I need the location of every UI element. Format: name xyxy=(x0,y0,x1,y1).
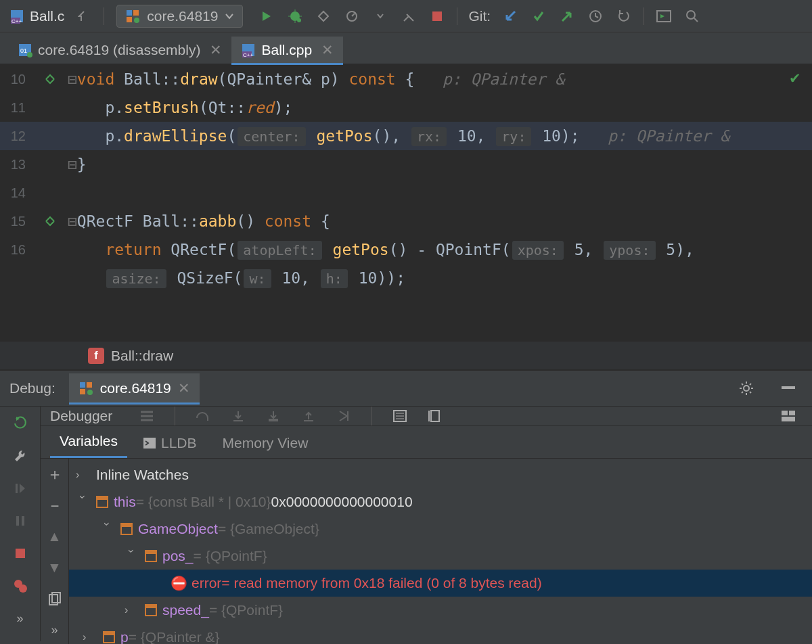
var-error[interactable]: ⛔ error = read memory from 0x18 failed (… xyxy=(69,570,812,597)
debugger-toolbar: Debugger xyxy=(41,407,812,426)
coverage-icon[interactable] xyxy=(315,7,332,25)
breadcrumb-function[interactable]: Ball::draw xyxy=(111,348,173,364)
svg-point-6 xyxy=(134,18,139,23)
git-rollback-icon[interactable] xyxy=(615,7,633,25)
back-icon[interactable] xyxy=(75,7,93,25)
add-watch-icon[interactable]: ＋ xyxy=(46,465,64,483)
evaluate-icon[interactable] xyxy=(391,407,409,425)
pause-icon[interactable] xyxy=(12,512,29,530)
tab-memory[interactable]: Memory View xyxy=(213,428,318,458)
chevron-right-icon[interactable]: › xyxy=(76,469,89,481)
svg-rect-34 xyxy=(782,411,788,415)
debug-icon[interactable] xyxy=(286,7,304,25)
chevron-down-icon xyxy=(225,12,234,21)
context-file-label: Ball.c xyxy=(30,8,64,24)
var-gameobject[interactable]: › GameObject = {GameObject} xyxy=(69,515,812,543)
implements-icon[interactable] xyxy=(45,74,55,85)
svg-rect-29 xyxy=(16,549,25,558)
up-icon[interactable]: ▲ xyxy=(46,528,64,545)
step-into-icon[interactable] xyxy=(229,407,247,425)
resume-icon[interactable] xyxy=(12,480,29,497)
analysis-ok-icon[interactable]: ✔ xyxy=(789,70,801,87)
step-over-icon[interactable] xyxy=(194,407,212,425)
step-out-icon[interactable] xyxy=(300,407,317,425)
rerun-icon[interactable] xyxy=(12,415,29,432)
field-icon xyxy=(145,550,157,562)
attach-icon[interactable] xyxy=(400,7,418,25)
watches-group[interactable]: › Inline Watches xyxy=(69,461,812,488)
remove-watch-icon[interactable]: － xyxy=(46,497,64,514)
tab-disassembly[interactable]: 01 core.64819 (disassembly) ✕ xyxy=(8,37,231,64)
field-icon xyxy=(103,631,115,643)
copy-icon[interactable] xyxy=(46,590,64,607)
config-icon xyxy=(78,381,93,396)
chevron-right-icon[interactable]: › xyxy=(125,604,138,616)
git-label: Git: xyxy=(468,8,491,24)
chevron-down-icon[interactable]: › xyxy=(125,549,137,563)
search-icon[interactable] xyxy=(683,7,701,25)
debugger-label: Debugger xyxy=(50,408,112,424)
tab-variables[interactable]: Variables xyxy=(50,426,127,458)
cpp-file-icon: C++ xyxy=(9,9,24,24)
git-push-icon[interactable] xyxy=(558,7,576,25)
git-update-icon[interactable] xyxy=(501,7,519,25)
more-icon[interactable]: » xyxy=(46,621,64,639)
svg-rect-10 xyxy=(432,12,442,21)
svg-point-23 xyxy=(87,390,93,395)
more-icon[interactable]: » xyxy=(12,610,29,627)
layout-icon[interactable] xyxy=(780,407,797,425)
variables-tree[interactable]: › Inline Watches › this = {const Ball * … xyxy=(69,459,812,644)
svg-point-8 xyxy=(297,18,301,22)
stop-icon[interactable] xyxy=(12,545,29,562)
run-icon[interactable] xyxy=(258,7,275,25)
svg-rect-22 xyxy=(80,389,85,394)
breadcrumb: f Ball::draw xyxy=(0,341,812,369)
svg-rect-5 xyxy=(127,17,132,22)
profile-icon[interactable] xyxy=(343,7,361,25)
trace-icon[interactable] xyxy=(426,407,444,425)
run-config-selector[interactable]: core.64819 xyxy=(116,5,243,28)
var-p[interactable]: › p = {QPainter &} xyxy=(69,624,812,644)
git-history-icon[interactable] xyxy=(587,7,604,25)
wrench-icon[interactable] xyxy=(12,447,29,465)
more-run-icon[interactable] xyxy=(371,7,389,25)
line-number: 12 xyxy=(0,122,32,150)
line-number: 10 xyxy=(0,65,32,93)
context-file[interactable]: C++ Ball.c xyxy=(4,5,70,27)
chevron-down-icon[interactable]: › xyxy=(101,522,113,536)
var-this[interactable]: › this = {const Ball * | 0x10} 0x0000000… xyxy=(69,488,812,515)
chevron-down-icon[interactable]: › xyxy=(76,495,89,509)
var-speed[interactable]: › speed_ = {QPointF} xyxy=(69,597,812,624)
var-pos[interactable]: › pos_ = {QPointF} xyxy=(69,543,812,570)
git-commit-icon[interactable] xyxy=(530,7,547,25)
breakpoints-icon[interactable] xyxy=(12,577,29,595)
run-anything-icon[interactable] xyxy=(655,7,673,25)
minimize-icon[interactable] xyxy=(780,380,797,397)
debug-tool-window: Debug: core.64819 ✕ » Debugger xyxy=(0,369,812,641)
debug-session-tab[interactable]: core.64819 ✕ xyxy=(69,373,200,403)
line-number: 16 xyxy=(0,235,32,264)
svg-rect-28 xyxy=(22,516,24,526)
code-editor[interactable]: ✔ 10 ⊟void Ball::draw(QPainter& p) const… xyxy=(0,65,812,341)
run-to-cursor-icon[interactable] xyxy=(335,407,353,425)
svg-text:C++: C++ xyxy=(243,52,253,58)
frames-icon[interactable] xyxy=(138,407,156,425)
svg-rect-36 xyxy=(782,417,795,421)
tab-lldb[interactable]: LLDB xyxy=(134,428,206,458)
asm-file-icon: 01 xyxy=(18,43,32,58)
debug-title: Debug: xyxy=(9,380,55,396)
session-label: core.64819 xyxy=(100,380,171,396)
close-icon[interactable]: ✕ xyxy=(178,380,190,396)
error-icon: ⛔ xyxy=(171,575,187,591)
tab-ball-cpp[interactable]: C++ Ball.cpp ✕ xyxy=(231,37,343,64)
svg-rect-25 xyxy=(782,386,795,389)
gear-icon[interactable] xyxy=(738,380,755,397)
chevron-right-icon[interactable]: › xyxy=(83,631,96,643)
close-icon[interactable]: ✕ xyxy=(210,42,222,58)
force-step-into-icon[interactable] xyxy=(265,407,282,425)
stop-icon[interactable] xyxy=(428,7,446,25)
down-icon[interactable]: ▼ xyxy=(46,559,64,576)
svg-rect-37 xyxy=(143,438,156,448)
close-icon[interactable]: ✕ xyxy=(321,42,334,58)
implements-icon[interactable] xyxy=(45,216,55,227)
